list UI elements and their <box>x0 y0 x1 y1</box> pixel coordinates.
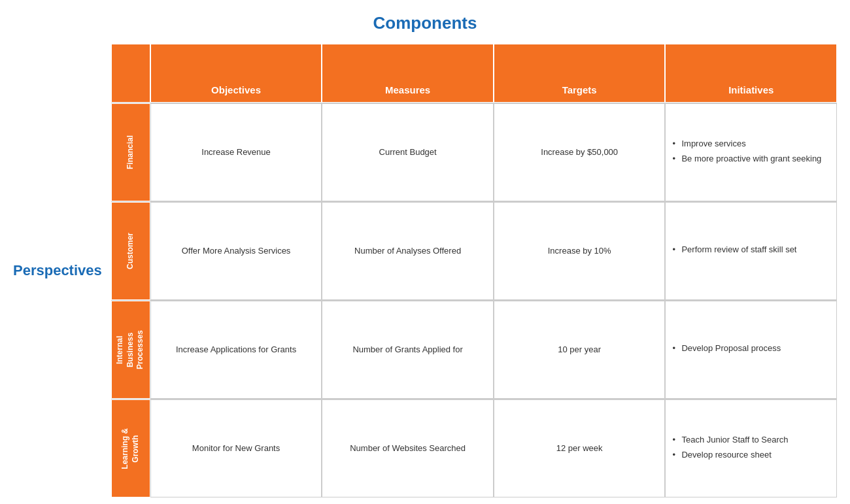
row-label-learning: Learning &Growth <box>111 399 150 497</box>
header-objectives: Objectives <box>150 44 322 103</box>
list-item: Be more proactive with grant seeking <box>672 152 821 165</box>
cell-learning-measure: Number of Websites Searched <box>322 399 494 497</box>
list-item: Develop resource sheet <box>672 448 788 462</box>
table-row: Financial Increase Revenue Current Budge… <box>111 103 837 201</box>
cell-learning-objective: Monitor for New Grants <box>150 399 322 497</box>
page-wrapper: Components Perspectives Objectives Measu… <box>0 0 850 504</box>
cell-customer-measure: Number of Analyses Offered <box>322 202 494 300</box>
main-title: Components <box>373 13 477 33</box>
table-row: Customer Offer More Analysis Services Nu… <box>111 201 837 300</box>
cell-internal-initiatives: Develop Proposal process <box>665 301 837 399</box>
cell-internal-measure: Number of Grants Applied for <box>322 301 494 399</box>
content-area: Perspectives Objectives Measures Targets… <box>13 44 837 497</box>
header-row: Objectives Measures Targets Initiatives <box>111 44 837 103</box>
financial-initiatives-list: Improve services Be more proactive with … <box>672 137 821 168</box>
scorecard-table: Objectives Measures Targets Initiatives … <box>111 44 837 497</box>
cell-financial-initiatives: Improve services Be more proactive with … <box>665 103 837 201</box>
learning-initiatives-list: Teach Junior Staff to Search Develop res… <box>672 433 788 464</box>
cell-learning-target: 12 per week <box>494 399 666 497</box>
row-label-customer: Customer <box>111 202 150 300</box>
customer-initiatives-list: Perform review of staff skill set <box>672 243 796 259</box>
internal-initiatives-list: Develop Proposal process <box>672 342 781 358</box>
row-label-internal: InternalBusinessProcesses <box>111 301 150 399</box>
cell-internal-target: 10 per year <box>494 301 666 399</box>
table-row: InternalBusinessProcesses Increase Appli… <box>111 300 837 399</box>
cell-customer-target: Increase by 10% <box>494 202 666 300</box>
row-label-financial: Financial <box>111 103 150 201</box>
list-item: Develop Proposal process <box>672 342 781 355</box>
list-item: Teach Junior Staff to Search <box>672 433 788 446</box>
perspectives-label: Perspectives <box>13 262 102 279</box>
cell-financial-measure: Current Budget <box>322 103 494 201</box>
header-targets: Targets <box>494 44 666 103</box>
cell-customer-initiatives: Perform review of staff skill set <box>665 202 837 300</box>
data-rows: Financial Increase Revenue Current Budge… <box>111 103 837 497</box>
cell-financial-objective: Increase Revenue <box>150 103 322 201</box>
cell-learning-initiatives: Teach Junior Staff to Search Develop res… <box>665 399 837 497</box>
table-row: Learning &Growth Monitor for New Grants … <box>111 399 837 497</box>
header-measures: Measures <box>322 44 494 103</box>
cell-financial-target: Increase by $50,000 <box>494 103 666 201</box>
list-item: Perform review of staff skill set <box>672 243 796 256</box>
corner-cell <box>111 44 150 103</box>
header-initiatives: Initiatives <box>665 44 837 103</box>
cell-internal-objective: Increase Applications for Grants <box>150 301 322 399</box>
list-item: Improve services <box>672 137 821 150</box>
cell-customer-objective: Offer More Analysis Services <box>150 202 322 300</box>
